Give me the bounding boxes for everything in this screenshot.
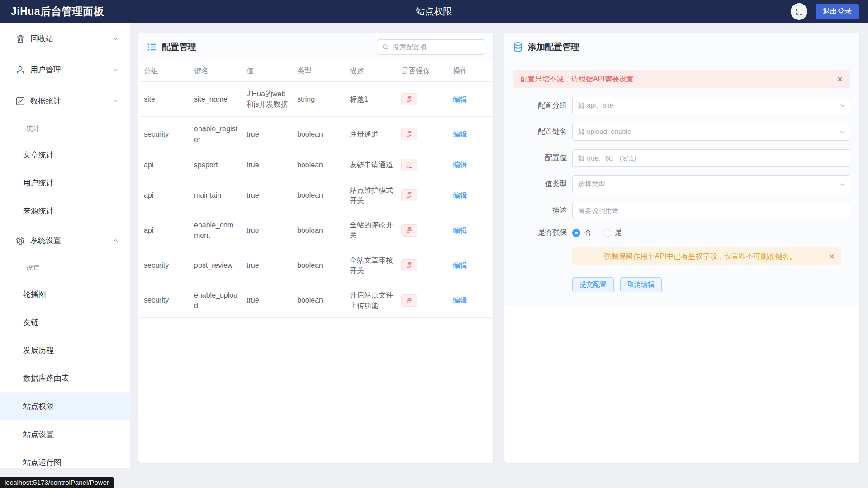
content-area: 配置管理 分组 键名 值 类型 [130, 23, 868, 468]
config-form-header: 添加配置管理 [504, 33, 859, 61]
cell-key: post_review [190, 248, 243, 283]
trash-icon [15, 34, 25, 44]
edit-button[interactable]: 编辑 [453, 227, 467, 234]
cell-locked: 是 [398, 117, 449, 152]
sidebar-item-article-stats[interactable]: 文章统计 [0, 141, 130, 169]
close-icon[interactable]: ✕ [837, 76, 843, 83]
menu-label: 系统设置 [30, 235, 61, 246]
chevron-down-icon [839, 181, 846, 188]
fullscreen-icon [795, 8, 803, 16]
config-search [377, 39, 485, 55]
locked-badge: 是 [401, 294, 417, 307]
sidebar-item-site-permission[interactable]: 站点权限 [0, 392, 130, 420]
cell-type: boolean [294, 152, 346, 178]
chevron-down-icon [839, 128, 846, 135]
warning-alert-text: 强制保留作用于API中已有鉴权字段，设置即不可删改键名。 [604, 252, 797, 261]
chevron-down-icon [112, 35, 119, 42]
cell-action: 编辑 [449, 152, 493, 178]
table-row: security enable_upload true boolean 开启站点… [138, 283, 493, 317]
column-header-type: 类型 [294, 61, 346, 82]
form-row-force: 是否强保 否 是 [513, 228, 850, 237]
chevron-down-icon [839, 102, 846, 109]
topbar: JiHua后台管理面板 站点权限 退出登录 [0, 0, 868, 23]
config-table: 分组 键名 值 类型 描述 是否强保 操作 site site_name JiH… [138, 61, 493, 318]
cell-value: true [243, 178, 294, 213]
edit-button[interactable]: 编辑 [453, 95, 467, 103]
form-buttons: 提交配置 取消编辑 [572, 277, 850, 292]
sidebar-item-system-settings[interactable]: 系统设置 [0, 225, 130, 256]
select-placeholder[interactable]: 选择类型 [572, 175, 850, 193]
radio-yes[interactable]: 是 [603, 228, 622, 237]
type-select[interactable]: 选择类型 [572, 175, 850, 193]
fullscreen-button[interactable] [791, 3, 807, 20]
cell-locked: 是 [398, 152, 449, 178]
cell-desc: 全站文章审核开关 [346, 248, 398, 283]
field-label: 值类型 [513, 180, 567, 189]
sidebar-item-db-route-table[interactable]: 数据库路由表 [0, 364, 130, 392]
table-row: api enable_comment true boolean 全站的评论开关 … [138, 213, 493, 248]
sidebar-item-site-run-chart[interactable]: 站点运行图 [0, 448, 130, 476]
config-form-card: 添加配置管理 配置只增不减，请根据API需要设置 ✕ 配置分组 如 api、si… [504, 33, 859, 463]
warning-alert: 强制保留作用于API中已有鉴权字段，设置即不可删改键名。 ✕ [572, 247, 841, 265]
close-icon[interactable]: ✕ [829, 253, 835, 261]
config-form-panel: 配置只增不减，请根据API需要设置 ✕ 配置分组 如 api、site 配置键名 [504, 61, 859, 306]
edit-button[interactable]: 编辑 [453, 161, 467, 169]
sidebar-item-development-history[interactable]: 发展历程 [0, 336, 130, 364]
cell-type: boolean [294, 117, 346, 152]
cell-action: 编辑 [449, 283, 493, 317]
cell-locked: 是 [398, 283, 449, 317]
form-row-value: 配置值 [513, 149, 850, 167]
sidebar-item-user-stats[interactable]: 用户统计 [0, 169, 130, 197]
form-row-type: 值类型 选择类型 [513, 175, 850, 193]
column-header-desc: 描述 [346, 61, 398, 82]
column-header-value: 值 [243, 61, 294, 82]
edit-button[interactable]: 编辑 [453, 130, 467, 138]
sidebar-item-recycle-bin[interactable]: 回收站 [0, 23, 130, 54]
value-field-wrap [572, 149, 850, 167]
logout-button[interactable]: 退出登录 [816, 4, 859, 19]
cell-key: enable_register [190, 117, 243, 152]
column-header-key: 键名 [190, 61, 243, 82]
edit-button[interactable]: 编辑 [453, 191, 467, 199]
sidebar-item-data-statistics[interactable]: 数据统计 [0, 85, 130, 117]
force-radio-group: 否 是 [572, 228, 622, 237]
desc-input[interactable] [572, 202, 850, 219]
table-header-row: 分组 键名 值 类型 描述 是否强保 操作 [138, 61, 493, 82]
sidebar-item-site-settings[interactable]: 站点设置 [0, 420, 130, 448]
app-brand: JiHua后台管理面板 [11, 5, 104, 19]
cell-type: string [294, 82, 346, 117]
cell-group: api [138, 152, 190, 178]
edit-button[interactable]: 编辑 [453, 296, 467, 304]
sidebar-item-carousel[interactable]: 轮播图 [0, 280, 130, 308]
cancel-edit-button[interactable]: 取消编辑 [620, 277, 662, 292]
sidebar-item-source-stats[interactable]: 来源统计 [0, 197, 130, 225]
radio-no[interactable]: 否 [572, 228, 591, 237]
cell-group: security [138, 117, 190, 152]
table-row: api spsport true boolean 友链申请通道 是 编辑 [138, 152, 493, 178]
database-icon [512, 42, 523, 52]
submit-config-button[interactable]: 提交配置 [572, 277, 614, 292]
menu-label: 用户管理 [30, 65, 61, 75]
edit-button[interactable]: 编辑 [453, 261, 467, 269]
sidebar-item-friend-links[interactable]: 友链 [0, 308, 130, 336]
cell-desc: 友链申请通道 [346, 152, 398, 178]
select-placeholder[interactable]: 如 api、site [572, 97, 850, 114]
value-input[interactable] [572, 149, 850, 167]
cell-value: true [243, 283, 294, 317]
locked-badge: 是 [401, 159, 417, 171]
cell-action: 编辑 [449, 213, 493, 248]
sidebar-item-user-management[interactable]: 用户管理 [0, 54, 130, 85]
cell-group: api [138, 213, 190, 248]
form-row-key: 配置键名 如 upload_enable [513, 123, 850, 141]
cell-locked: 是 [398, 178, 449, 213]
chevron-up-icon [112, 98, 119, 104]
table-row: security post_review true boolean 全站文章审核… [138, 248, 493, 283]
cell-type: boolean [294, 283, 346, 317]
group-select[interactable]: 如 api、site [572, 97, 850, 114]
field-label: 配置值 [513, 153, 567, 163]
cell-group: security [138, 283, 190, 317]
list-icon [147, 42, 157, 52]
select-placeholder[interactable]: 如 upload_enable [572, 123, 850, 141]
search-input[interactable] [393, 43, 480, 51]
key-select[interactable]: 如 upload_enable [572, 123, 850, 141]
